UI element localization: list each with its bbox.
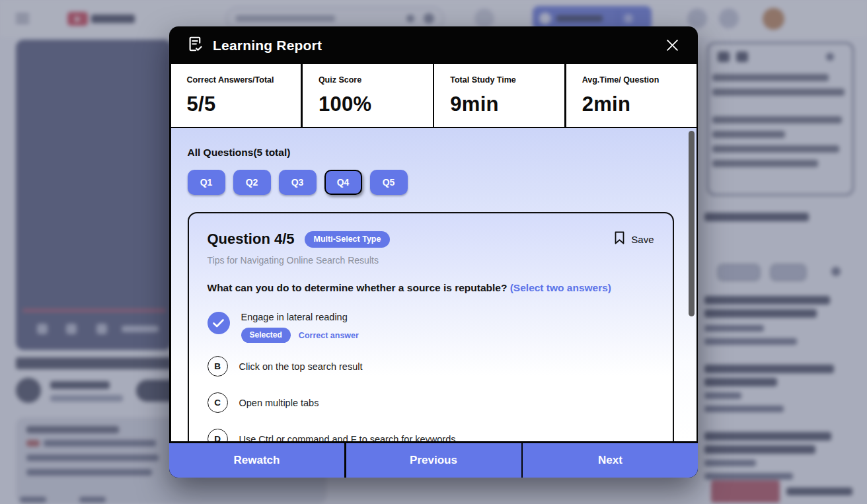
question-nav-q3[interactable]: Q3 — [279, 170, 317, 195]
question-text: What can you do to determine whether a s… — [207, 282, 654, 294]
bookmark-icon — [614, 231, 625, 247]
question-hint: (Select two answers) — [510, 282, 611, 293]
stats-row: Correct Answers/Total 5/5 Quiz Score 100… — [169, 64, 698, 128]
question-nav: Q1 Q2 Q3 Q4 Q5 — [188, 170, 697, 195]
selected-badge: Selected — [241, 328, 291, 343]
question-title: Question 4/5 — [207, 231, 295, 248]
scrollbar-thumb[interactable] — [689, 131, 695, 316]
report-document-check-icon — [186, 35, 204, 55]
option-letter: B — [207, 356, 228, 377]
question-card: Question 4/5 Multi-Select Type Save Tips… — [188, 212, 674, 441]
stat-label: Avg.Time/ Question — [582, 75, 690, 85]
question-nav-q5[interactable]: Q5 — [370, 170, 408, 195]
stat-label: Total Study Time — [450, 75, 558, 85]
stat-value: 5/5 — [187, 92, 295, 116]
question-nav-q1[interactable]: Q1 — [188, 170, 225, 195]
stat-quiz-score: Quiz Score 100% — [303, 64, 433, 127]
question-text-main: What can you do to determine whether a s… — [207, 282, 508, 293]
option-text: Engage in lateral reading — [241, 312, 359, 322]
selected-check-icon — [207, 312, 230, 334]
stat-value: 2min — [582, 92, 690, 116]
option-d[interactable]: D Use Ctrl or command and F to search fo… — [207, 429, 654, 441]
stat-label: Correct Answers/Total — [187, 75, 295, 85]
options-list: Engage in lateral reading Selected Corre… — [207, 312, 654, 441]
option-text: Click on the top search result — [239, 361, 363, 372]
stat-label: Quiz Score — [319, 75, 426, 85]
modal-footer: Rewatch Previous Next — [169, 441, 698, 478]
option-c[interactable]: C Open multiple tabs — [207, 392, 654, 413]
close-button[interactable] — [663, 37, 681, 54]
rewatch-button[interactable]: Rewatch — [169, 443, 344, 478]
correct-answer-label: Correct answer — [299, 331, 359, 340]
option-text: Open multiple tabs — [239, 398, 319, 408]
modal-header: Learning Report — [169, 26, 698, 64]
question-card-header: Question 4/5 Multi-Select Type Save — [207, 231, 654, 248]
stat-correct-answers: Correct Answers/Total 5/5 — [171, 64, 301, 127]
next-button[interactable]: Next — [523, 443, 698, 478]
question-type-badge: Multi-Select Type — [305, 231, 391, 248]
learning-report-modal: Learning Report Correct Answers/Total 5/… — [169, 26, 698, 478]
stat-study-time: Total Study Time 9min — [434, 64, 564, 127]
question-topic: Tips for Navigating Online Search Result… — [207, 255, 654, 266]
stat-value: 9min — [450, 92, 558, 116]
option-letter: C — [207, 392, 228, 413]
stat-value: 100% — [319, 92, 426, 116]
option-a-content: Engage in lateral reading Selected Corre… — [241, 312, 359, 343]
option-text: Use Ctrl or command and F to search for … — [239, 434, 456, 442]
save-label: Save — [631, 234, 654, 245]
option-a-badges: Selected Correct answer — [241, 328, 359, 343]
save-button[interactable]: Save — [614, 231, 654, 247]
question-nav-q4[interactable]: Q4 — [324, 170, 362, 195]
modal-scroll-area[interactable]: All Questions(5 total) Q1 Q2 Q3 Q4 Q5 Qu… — [171, 128, 697, 441]
option-letter: D — [207, 429, 228, 441]
previous-button[interactable]: Previous — [346, 443, 521, 478]
option-a[interactable]: Engage in lateral reading Selected Corre… — [207, 312, 654, 343]
all-questions-heading: All Questions(5 total) — [188, 147, 697, 159]
modal-title: Learning Report — [213, 38, 322, 54]
question-nav-q2[interactable]: Q2 — [233, 170, 271, 195]
option-b[interactable]: B Click on the top search result — [207, 356, 654, 377]
stat-avg-time: Avg.Time/ Question 2min — [566, 64, 697, 127]
